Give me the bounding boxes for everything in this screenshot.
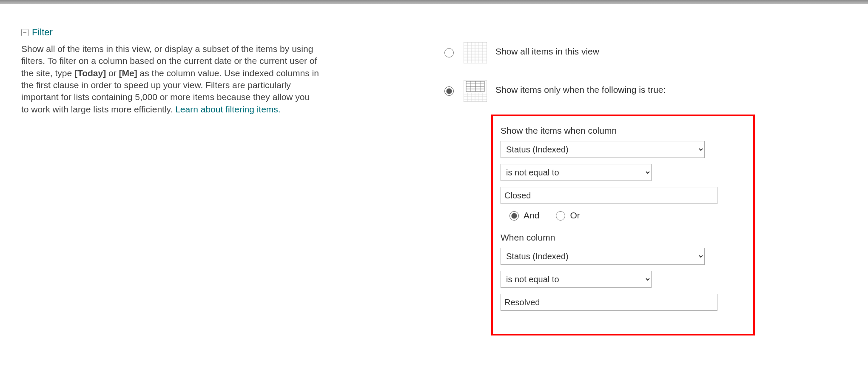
show-when-label: Show items only when the following is tr… [495, 85, 666, 95]
logic-and-radio[interactable] [509, 211, 519, 221]
clause2-operator-select[interactable]: is not equal to [501, 271, 652, 288]
option-show-when-row: Show items only when the following is tr… [442, 80, 804, 102]
learn-filtering-link[interactable]: Learn about filtering items. [175, 104, 280, 114]
show-when-radio[interactable] [444, 86, 454, 96]
filter-section-description: Show all of the items in this view, or d… [21, 43, 319, 115]
filter-section-title: Filter [32, 27, 53, 38]
desc-token-me: [Me] [119, 68, 137, 78]
filtered-grid-icon [464, 80, 487, 102]
collapse-section-button[interactable]: − [21, 29, 28, 36]
clause1-operator-select[interactable]: is not equal to [501, 164, 652, 181]
logic-or-text: Or [570, 210, 580, 221]
filter-section-right: Show all items in this view [442, 42, 804, 335]
filter-settings-section: − Filter Show all of the items in this v… [0, 4, 868, 387]
desc-mid1: or [108, 68, 119, 78]
window-title-band [0, 0, 868, 4]
clause2-value-input[interactable] [501, 294, 717, 311]
show-all-radio[interactable] [444, 48, 454, 57]
clause1-value-input[interactable] [501, 187, 717, 204]
logic-or-label[interactable]: Or [554, 210, 580, 221]
filter-heading-2: When column [501, 232, 746, 243]
option-show-all-row: Show all items in this view [442, 42, 804, 63]
desc-token-today: [Today] [74, 68, 106, 78]
clause2-column-select[interactable]: Status (Indexed) [501, 248, 705, 265]
filter-clauses-highlight: Show the items when column Status (Index… [491, 115, 755, 335]
filter-section-left: − Filter Show all of the items in this v… [21, 27, 319, 115]
show-all-label: Show all items in this view [495, 46, 599, 57]
logic-operator-group: And Or [507, 210, 746, 221]
logic-or-radio[interactable] [556, 211, 565, 221]
filter-section-header: − Filter [21, 27, 319, 38]
logic-and-text: And [524, 210, 539, 221]
clause1-column-select[interactable]: Status (Indexed) [501, 141, 705, 158]
filter-heading-1: Show the items when column [501, 126, 746, 136]
logic-and-label[interactable]: And [507, 210, 539, 221]
all-items-grid-icon [464, 42, 487, 63]
